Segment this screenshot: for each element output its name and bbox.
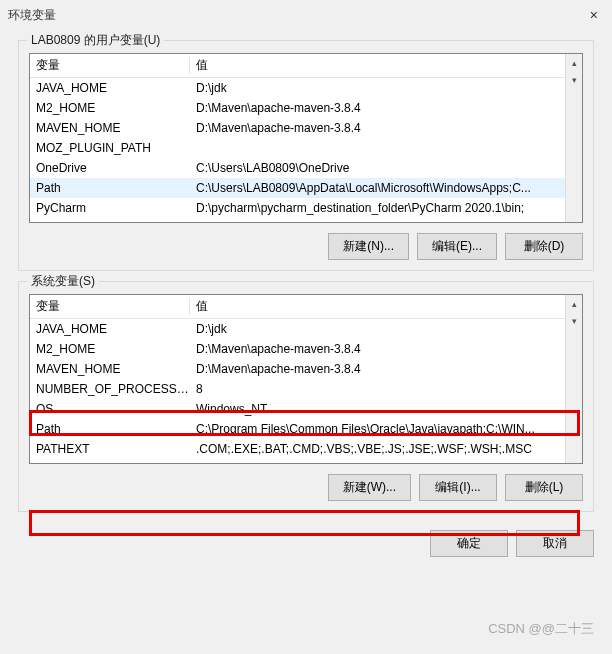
dialog-footer: 确定 取消 [0,522,612,569]
var-name: MAVEN_HOME [30,121,190,135]
system-buttons: 新建(W)... 编辑(I)... 删除(L) [29,474,583,501]
var-name: M2_HOME [30,342,190,356]
col-variable[interactable]: 变量 [30,57,190,74]
scroll-up-icon[interactable]: ▴ [566,54,582,71]
table-row[interactable]: OSWindows_NT [30,399,582,419]
var-name: PATHEXT [30,442,190,456]
var-name: M2_HOME [30,101,190,115]
edit-user-var-button[interactable]: 编辑(E)... [417,233,497,260]
var-name: Path [30,181,190,195]
var-name: JAVA_HOME [30,322,190,336]
window-title: 环境变量 [8,7,56,24]
table-row[interactable]: OneDriveC:\Users\LAB0809\OneDrive [30,158,582,178]
var-value: D:\Maven\apache-maven-3.8.4 [190,121,565,135]
var-value: 8 [190,382,565,396]
table-header: 变量 值 [30,54,582,78]
edit-sys-var-button[interactable]: 编辑(I)... [419,474,497,501]
table-row[interactable]: NUMBER_OF_PROCESSORS8 [30,379,582,399]
scrollbar[interactable]: ▴ ▾ [565,54,582,222]
var-value: .COM;.EXE;.BAT;.CMD;.VBS;.VBE;.JS;.JSE;.… [190,442,565,456]
user-group-label: LAB0809 的用户变量(U) [27,32,164,49]
var-value: D:\jdk [190,81,565,95]
new-user-var-button[interactable]: 新建(N)... [328,233,409,260]
system-group-label: 系统变量(S) [27,273,99,290]
table-row[interactable]: M2_HOMED:\Maven\apache-maven-3.8.4 [30,339,582,359]
scroll-up-icon[interactable]: ▴ [566,295,582,312]
titlebar: 环境变量 × [0,0,612,30]
system-variables-group: 系统变量(S) 变量 值 JAVA_HOMED:\jdkM2_HOMED:\Ma… [18,281,594,512]
var-name: OS [30,402,190,416]
ok-button[interactable]: 确定 [430,530,508,557]
table-row[interactable]: MAVEN_HOMED:\Maven\apache-maven-3.8.4 [30,118,582,138]
user-variables-group: LAB0809 的用户变量(U) 变量 值 JAVA_HOMED:\jdkM2_… [18,40,594,271]
var-name: PyCharm [30,201,190,215]
col-value[interactable]: 值 [190,298,582,315]
table-row[interactable]: JAVA_HOMED:\jdk [30,78,582,98]
cancel-button[interactable]: 取消 [516,530,594,557]
var-value: D:\pycharm\pycharm_destination_folder\Py… [190,201,565,215]
system-variables-table: 变量 值 JAVA_HOMED:\jdkM2_HOMED:\Maven\apac… [29,294,583,464]
scroll-down-icon[interactable]: ▾ [566,71,582,88]
var-name: MAVEN_HOME [30,362,190,376]
var-value: D:\Maven\apache-maven-3.8.4 [190,101,565,115]
scrollbar[interactable]: ▴ ▾ [565,295,582,463]
var-value: Windows_NT [190,402,565,416]
var-value: C:\Users\LAB0809\AppData\Local\Microsoft… [190,181,565,195]
var-name: NUMBER_OF_PROCESSORS [30,382,190,396]
var-value: D:\Maven\apache-maven-3.8.4 [190,342,565,356]
user-buttons: 新建(N)... 编辑(E)... 删除(D) [29,233,583,260]
delete-sys-var-button[interactable]: 删除(L) [505,474,583,501]
watermark: CSDN @@二十三 [488,620,594,638]
new-sys-var-button[interactable]: 新建(W)... [328,474,411,501]
table-row[interactable]: MOZ_PLUGIN_PATH [30,138,582,158]
var-value: D:\jdk [190,322,565,336]
table-row[interactable]: MAVEN_HOMED:\Maven\apache-maven-3.8.4 [30,359,582,379]
var-name: JAVA_HOME [30,81,190,95]
close-icon[interactable]: × [584,7,604,23]
table-row[interactable]: M2_HOMED:\Maven\apache-maven-3.8.4 [30,98,582,118]
scroll-down-icon[interactable]: ▾ [566,312,582,329]
col-variable[interactable]: 变量 [30,298,190,315]
var-value: C:\Program Files\Common Files\Oracle\Jav… [190,422,565,436]
var-value: D:\Maven\apache-maven-3.8.4 [190,362,565,376]
user-variables-table: 变量 值 JAVA_HOMED:\jdkM2_HOMED:\Maven\apac… [29,53,583,223]
col-value[interactable]: 值 [190,57,582,74]
var-value: C:\Users\LAB0809\OneDrive [190,161,565,175]
var-name: OneDrive [30,161,190,175]
delete-user-var-button[interactable]: 删除(D) [505,233,583,260]
table-row[interactable]: JAVA_HOMED:\jdk [30,319,582,339]
table-row[interactable]: PathC:\Program Files\Common Files\Oracle… [30,419,582,439]
var-name: Path [30,422,190,436]
table-header: 变量 值 [30,295,582,319]
table-row[interactable]: PathC:\Users\LAB0809\AppData\Local\Micro… [30,178,582,198]
var-name: MOZ_PLUGIN_PATH [30,141,190,155]
table-row[interactable]: PATHEXT.COM;.EXE;.BAT;.CMD;.VBS;.VBE;.JS… [30,439,582,459]
table-row[interactable]: PyCharmD:\pycharm\pycharm_destination_fo… [30,198,582,218]
